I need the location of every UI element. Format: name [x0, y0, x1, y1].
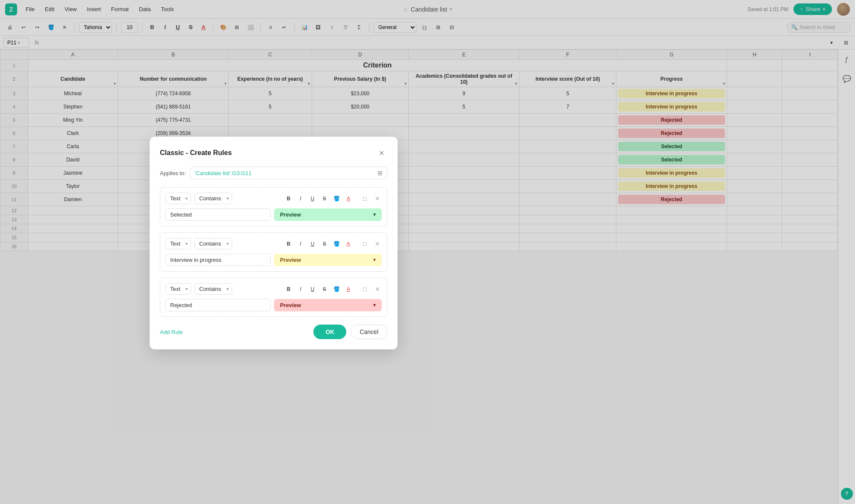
- rule-2-type-select[interactable]: Text: [165, 238, 191, 249]
- rule-2-preview-btn[interactable]: Preview ▾: [274, 254, 382, 266]
- applies-row: Applies to: 'Candidate list'.G3:G11 ⊞: [160, 167, 387, 179]
- rule-3-paint-btn[interactable]: 🪣: [331, 284, 342, 294]
- rule-2-top: Text Contains B I U S 🪣 A ◻: [165, 238, 382, 249]
- rule-1-strike-btn[interactable]: S: [319, 193, 330, 204]
- add-rule-link[interactable]: Add Rule: [160, 329, 183, 335]
- rule-1-font-color-btn[interactable]: A: [343, 193, 354, 204]
- rule-2-paint-btn[interactable]: 🪣: [331, 239, 342, 249]
- rule-1-bold-btn[interactable]: B: [283, 193, 294, 204]
- rule-3-preview-label: Preview: [280, 302, 301, 308]
- rule-3-format-icons: B I U S 🪣 A: [283, 284, 354, 294]
- create-rules-dialog: Classic - Create Rules ✕ Applies to: 'Ca…: [150, 137, 398, 349]
- rule-2-format-icons: B I U S 🪣 A: [283, 239, 354, 249]
- rule-1-paint-btn[interactable]: 🪣: [331, 193, 342, 204]
- rule-3-erase-btn[interactable]: ◻: [360, 284, 370, 294]
- rule-row-3: Text Contains B I U S 🪣 A ◻: [160, 278, 387, 317]
- dialog-overlay: Classic - Create Rules ✕ Applies to: 'Ca…: [0, 0, 855, 504]
- dialog-header: Classic - Create Rules ✕: [160, 147, 387, 159]
- rule-3-italic-btn[interactable]: I: [295, 284, 306, 294]
- rule-2-condition-wrap[interactable]: Contains: [195, 238, 232, 249]
- rule-1-type-wrap[interactable]: Text: [165, 193, 191, 204]
- rule-3-bold-btn[interactable]: B: [283, 284, 294, 294]
- dialog-footer: Add Rule OK Cancel: [160, 325, 387, 339]
- rule-3-font-color-btn[interactable]: A: [343, 284, 354, 294]
- rule-1-preview-label: Preview: [280, 211, 301, 218]
- rule-2-remove-btn[interactable]: ✕: [373, 240, 382, 247]
- range-picker-icon[interactable]: ⊞: [377, 170, 383, 176]
- chevron-down-icon[interactable]: ▾: [373, 257, 376, 263]
- rule-3-condition-select[interactable]: Contains: [195, 283, 232, 295]
- rule-2-preview-label: Preview: [280, 257, 301, 263]
- rule-2-underline-btn[interactable]: U: [307, 239, 318, 249]
- rule-1-condition-select[interactable]: Contains: [195, 193, 232, 204]
- rule-2-bold-btn[interactable]: B: [283, 239, 294, 249]
- rule-row-2: Text Contains B I U S 🪣 A ◻: [160, 232, 387, 272]
- rule-3-bottom: Preview ▾: [165, 299, 382, 311]
- chevron-down-icon[interactable]: ▾: [373, 302, 376, 308]
- rule-3-value-input[interactable]: [165, 299, 271, 311]
- rule-3-remove-btn[interactable]: ✕: [373, 286, 382, 293]
- rule-1-value-input[interactable]: [165, 208, 271, 221]
- dialog-title: Classic - Create Rules: [160, 149, 232, 157]
- rule-2-condition-select[interactable]: Contains: [195, 238, 232, 249]
- rule-3-top: Text Contains B I U S 🪣 A ◻: [165, 283, 382, 295]
- rule-3-underline-btn[interactable]: U: [307, 284, 318, 294]
- rule-row-1: Text Contains B I U S 🪣 A ◻: [160, 187, 387, 226]
- rule-1-italic-btn[interactable]: I: [295, 193, 306, 204]
- rule-2-bottom: Preview ▾: [165, 254, 382, 266]
- rule-2-type-wrap[interactable]: Text: [165, 238, 191, 249]
- applies-label: Applies to:: [160, 170, 186, 176]
- rule-2-erase-btn[interactable]: ◻: [360, 239, 370, 249]
- footer-actions: OK Cancel: [313, 325, 387, 339]
- rule-1-condition-wrap[interactable]: Contains: [195, 193, 232, 204]
- rule-1-preview-btn[interactable]: Preview ▾: [274, 208, 382, 221]
- applies-range-text: 'Candidate list'.G3:G11: [195, 170, 252, 176]
- rule-1-format-icons: B I U S 🪣 A: [283, 193, 354, 204]
- rule-3-condition-wrap[interactable]: Contains: [195, 283, 232, 295]
- rule-1-remove-btn[interactable]: ✕: [373, 195, 382, 202]
- rule-1-underline-btn[interactable]: U: [307, 193, 318, 204]
- applies-value-field[interactable]: 'Candidate list'.G3:G11 ⊞: [190, 167, 387, 179]
- rule-2-font-color-btn[interactable]: A: [343, 239, 354, 249]
- ok-button[interactable]: OK: [313, 325, 346, 339]
- rule-1-top: Text Contains B I U S 🪣 A ◻: [165, 193, 382, 204]
- rule-3-type-wrap[interactable]: Text: [165, 283, 191, 295]
- cancel-button[interactable]: Cancel: [351, 325, 387, 339]
- rule-3-type-select[interactable]: Text: [165, 283, 191, 295]
- dialog-close-button[interactable]: ✕: [375, 147, 387, 159]
- rule-2-strike-btn[interactable]: S: [319, 239, 330, 249]
- rule-2-value-input[interactable]: [165, 254, 271, 266]
- rule-3-preview-btn[interactable]: Preview ▾: [274, 299, 382, 311]
- rule-1-erase-btn[interactable]: ◻: [360, 193, 370, 204]
- rule-1-type-select[interactable]: Text: [165, 193, 191, 204]
- rule-2-italic-btn[interactable]: I: [295, 239, 306, 249]
- rule-3-strike-btn[interactable]: S: [319, 284, 330, 294]
- chevron-down-icon[interactable]: ▾: [373, 212, 376, 217]
- rule-1-bottom: Preview ▾: [165, 208, 382, 221]
